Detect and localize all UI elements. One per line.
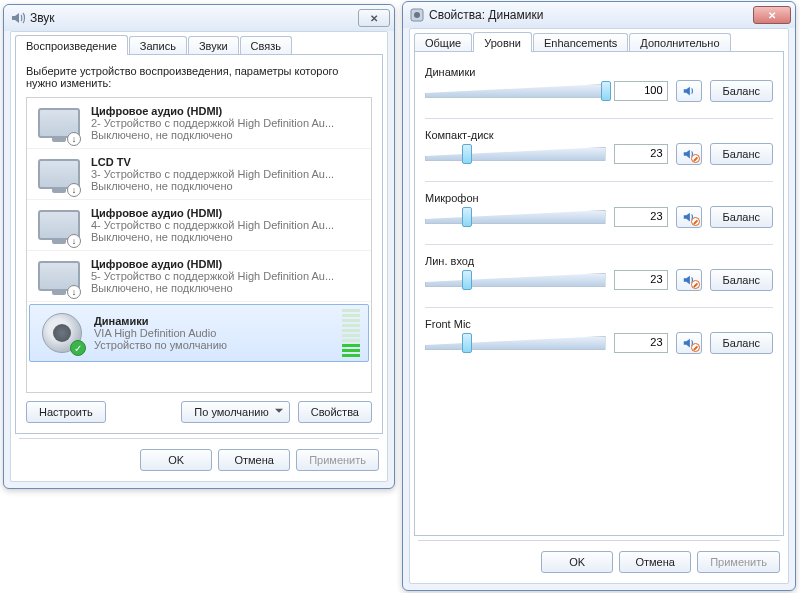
volume-slider[interactable]	[425, 332, 606, 354]
cancel-button[interactable]: Отмена	[619, 551, 691, 573]
level-group: Лин. вход23Баланс	[425, 255, 773, 291]
mute-button[interactable]	[676, 206, 702, 228]
level-group: Front Mic23Баланс	[425, 318, 773, 354]
device-name: Цифровое аудио (HDMI)	[91, 105, 363, 117]
instruction-text: Выберите устройство воспроизведения, пар…	[26, 65, 372, 89]
sound-dialog: Звук Воспроизведение Запись Звуки Связь …	[3, 4, 395, 489]
tab-sounds[interactable]: Звуки	[188, 36, 239, 55]
window-title: Звук	[30, 11, 358, 25]
apply-button[interactable]: Применить	[697, 551, 780, 573]
volume-slider[interactable]	[425, 269, 606, 291]
tabstrip: Воспроизведение Запись Звуки Связь	[11, 32, 387, 55]
disabled-badge-icon: ↓	[67, 132, 81, 146]
device-row[interactable]: ↓Цифровое аудио (HDMI)2- Устройство с по…	[27, 98, 371, 149]
volume-slider[interactable]	[425, 143, 606, 165]
monitor-device-icon: ↓	[35, 102, 83, 144]
volume-value[interactable]: 23	[614, 207, 668, 227]
speaker-app-icon	[10, 10, 26, 26]
balance-button[interactable]: Баланс	[710, 269, 773, 291]
device-row[interactable]: ↓Цифровое аудио (HDMI)5- Устройство с по…	[27, 251, 371, 302]
dialog-footer: OK Отмена Применить	[11, 439, 387, 481]
device-name: LCD TV	[91, 156, 363, 168]
properties-button[interactable]: Свойства	[298, 401, 372, 423]
volume-slider[interactable]	[425, 80, 606, 102]
tab-levels[interactable]: Уровни	[473, 32, 532, 52]
device-desc: 4- Устройство с поддержкой High Definiti…	[91, 219, 363, 231]
level-meter	[342, 309, 360, 357]
level-label: Front Mic	[425, 318, 773, 330]
tabstrip: Общие Уровни Enhancements Дополнительно	[410, 29, 788, 52]
device-desc: 5- Устройство с поддержкой High Definiti…	[91, 270, 363, 282]
tab-enhancements[interactable]: Enhancements	[533, 33, 628, 52]
balance-button[interactable]: Баланс	[710, 332, 773, 354]
titlebar[interactable]: Свойства: Динамики	[403, 2, 795, 28]
level-group: Микрофон23Баланс	[425, 192, 773, 228]
device-list[interactable]: ↓Цифровое аудио (HDMI)2- Устройство с по…	[26, 97, 372, 393]
device-row[interactable]: ↓LCD TV3- Устройство с поддержкой High D…	[27, 149, 371, 200]
client-area: Воспроизведение Запись Звуки Связь Выбер…	[10, 31, 388, 482]
disabled-badge-icon: ↓	[67, 183, 81, 197]
mute-button[interactable]	[676, 332, 702, 354]
device-row[interactable]: ↓Цифровое аудио (HDMI)4- Устройство с по…	[27, 200, 371, 251]
level-label: Микрофон	[425, 192, 773, 204]
monitor-device-icon: ↓	[35, 153, 83, 195]
device-status: Выключено, не подключено	[91, 231, 363, 243]
mute-button[interactable]	[676, 269, 702, 291]
tab-recording[interactable]: Запись	[129, 36, 187, 55]
close-icon[interactable]	[753, 6, 791, 24]
device-desc: VIA High Definition Audio	[94, 327, 334, 339]
tab-panel-levels: Динамики100БалансКомпакт-диск23БалансМик…	[414, 51, 784, 536]
set-default-button[interactable]: По умолчанию	[181, 401, 289, 423]
mute-button[interactable]	[676, 143, 702, 165]
speaker-properties-dialog: Свойства: Динамики Общие Уровни Enhancem…	[402, 1, 796, 591]
tab-general[interactable]: Общие	[414, 33, 472, 52]
client-area: Общие Уровни Enhancements Дополнительно …	[409, 28, 789, 584]
tab-advanced[interactable]: Дополнительно	[629, 33, 730, 52]
level-label: Компакт-диск	[425, 129, 773, 141]
mute-button[interactable]	[676, 80, 702, 102]
device-name: Цифровое аудио (HDMI)	[91, 258, 363, 270]
balance-button[interactable]: Баланс	[710, 143, 773, 165]
dialog-footer: OK Отмена Применить	[410, 541, 788, 583]
ok-button[interactable]: OK	[541, 551, 613, 573]
cancel-button[interactable]: Отмена	[218, 449, 290, 471]
svg-point-1	[414, 12, 420, 18]
level-group: Динамики100Баланс	[425, 66, 773, 102]
close-icon[interactable]	[358, 9, 390, 27]
tab-communications[interactable]: Связь	[240, 36, 292, 55]
device-status: Устройство по умолчанию	[94, 339, 334, 351]
device-status: Выключено, не подключено	[91, 129, 363, 141]
muted-indicator-icon	[691, 280, 700, 289]
device-desc: 2- Устройство с поддержкой High Definiti…	[91, 117, 363, 129]
monitor-device-icon: ↓	[35, 255, 83, 297]
level-label: Лин. вход	[425, 255, 773, 267]
tab-panel-playback: Выберите устройство воспроизведения, пар…	[15, 54, 383, 434]
speaker-icon	[409, 7, 425, 23]
device-row[interactable]: ✓ДинамикиVIA High Definition AudioУстрой…	[29, 304, 369, 362]
volume-slider[interactable]	[425, 206, 606, 228]
device-status: Выключено, не подключено	[91, 282, 363, 294]
ok-button[interactable]: OK	[140, 449, 212, 471]
tab-playback[interactable]: Воспроизведение	[15, 35, 128, 55]
volume-value[interactable]: 23	[614, 144, 668, 164]
titlebar[interactable]: Звук	[4, 5, 394, 31]
balance-button[interactable]: Баланс	[710, 80, 773, 102]
muted-indicator-icon	[691, 154, 700, 163]
configure-button[interactable]: Настроить	[26, 401, 106, 423]
level-group: Компакт-диск23Баланс	[425, 129, 773, 165]
balance-button[interactable]: Баланс	[710, 206, 773, 228]
disabled-badge-icon: ↓	[67, 234, 81, 248]
muted-indicator-icon	[691, 343, 700, 352]
apply-button[interactable]: Применить	[296, 449, 379, 471]
device-name: Цифровое аудио (HDMI)	[91, 207, 363, 219]
volume-value[interactable]: 23	[614, 270, 668, 290]
window-title: Свойства: Динамики	[429, 8, 753, 22]
disabled-badge-icon: ↓	[67, 285, 81, 299]
muted-indicator-icon	[691, 217, 700, 226]
speaker-device-icon: ✓	[38, 312, 86, 354]
default-check-icon: ✓	[70, 340, 86, 356]
volume-value[interactable]: 23	[614, 333, 668, 353]
level-label: Динамики	[425, 66, 773, 78]
device-desc: 3- Устройство с поддержкой High Definiti…	[91, 168, 363, 180]
volume-value[interactable]: 100	[614, 81, 668, 101]
